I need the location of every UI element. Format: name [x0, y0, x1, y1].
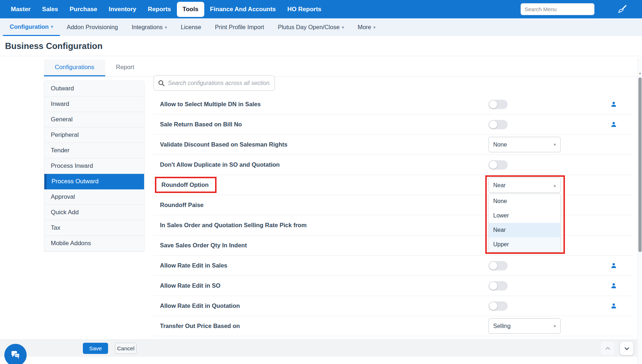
user-icon[interactable]	[611, 283, 617, 289]
user-icon[interactable]	[611, 303, 617, 309]
toggle-rate-edit-quotation[interactable]	[489, 301, 508, 311]
caret-down-icon	[51, 24, 53, 29]
sidebar-item-mobile-addons[interactable]: Mobile Addons	[44, 236, 144, 251]
setting-row-duplicate-so: Don't Allow Duplicate in SO and Quotatio…	[153, 155, 633, 175]
setting-label: In Sales Order and Quotation Selling Rat…	[153, 222, 307, 229]
roundoff-option-highlight-box: Roundoff Option	[155, 177, 217, 193]
option-near[interactable]: Near	[489, 223, 560, 237]
tab-report[interactable]: Report	[105, 59, 145, 76]
nav-inventory[interactable]: Inventory	[103, 2, 142, 17]
subnav-print-profile-import-label: Print Profile Import	[215, 24, 264, 31]
page-title: Business Configuration	[5, 41, 103, 51]
sidebar-item-general[interactable]: General	[44, 112, 144, 127]
roundoff-dropdown: Near None Lower Near Upper	[489, 177, 561, 252]
toggle-multiple-dn[interactable]	[489, 100, 508, 109]
subnav-print-profile-import[interactable]: Print Profile Import	[208, 18, 271, 36]
tab-bar: Configurations Report	[44, 59, 145, 76]
select-value: None	[493, 141, 507, 148]
setting-label: Roundoff Option	[161, 181, 209, 188]
sidebar-item-process-outward[interactable]: Process Outward	[44, 174, 144, 189]
setting-row-rate-edit-sales: Allow Rate Edit in Sales	[153, 256, 633, 276]
config-search-input[interactable]	[168, 80, 270, 86]
select-value: Near	[493, 182, 506, 189]
sidebar-item-peripheral[interactable]: Peripheral	[44, 127, 144, 143]
secondary-navbar: Configuration Addon Provisioning Integra…	[0, 18, 642, 36]
nav-sales[interactable]: Sales	[36, 2, 64, 17]
tab-configurations[interactable]: Configurations	[44, 59, 105, 76]
caret-down-icon	[553, 323, 556, 329]
settings-rows: Allow to Select Multiple DN in Sales Sal…	[153, 94, 633, 336]
nav-purchase[interactable]: Purchase	[64, 2, 103, 17]
subnav-plutus-day-open-close[interactable]: Plutus Day Open/Close	[271, 18, 351, 36]
subnav-integrations[interactable]: Integrations	[125, 18, 174, 36]
select-value: Selling	[493, 323, 511, 329]
toggle-duplicate-so[interactable]	[489, 160, 508, 170]
subnav-more-label: More	[358, 24, 371, 31]
caret-down-icon	[165, 25, 167, 30]
footer-bar: Save Cancel	[0, 340, 642, 357]
caret-down-icon	[553, 142, 556, 147]
nav-reports[interactable]: Reports	[142, 2, 177, 17]
config-search-box	[153, 75, 275, 91]
user-icon[interactable]	[611, 262, 617, 269]
sidebar-item-tax[interactable]: Tax	[44, 220, 144, 236]
user-icon[interactable]	[611, 121, 617, 127]
setting-row-selling-rate-pick: In Sales Order and Quotation Selling Rat…	[153, 215, 633, 235]
setting-row-rate-edit-quotation: Allow Rate Edit in Quotation	[153, 296, 633, 316]
scrollbar-up-arrow-icon[interactable]: ▲	[638, 71, 642, 75]
select-validate-discount[interactable]: None	[489, 137, 561, 152]
setting-label: Allow to Select Multiple DN in Sales	[153, 101, 261, 108]
subnav-license[interactable]: License	[174, 18, 208, 36]
roundoff-options-menu: None Lower Near Upper	[489, 194, 561, 252]
subnav-addon-provisioning[interactable]: Addon Provisioning	[60, 18, 125, 36]
sidebar-item-approval[interactable]: Approval	[44, 189, 144, 205]
search-icon	[158, 80, 165, 86]
paint-brush-icon[interactable]	[618, 5, 628, 14]
option-upper[interactable]: Upper	[489, 237, 560, 252]
subnav-more[interactable]: More	[351, 18, 383, 36]
chevron-down-icon[interactable]	[620, 342, 633, 355]
toggle-sale-return[interactable]	[489, 120, 508, 129]
settings-panel: Allow to Select Multiple DN in Sales Sal…	[153, 71, 633, 336]
subnav-addon-provisioning-label: Addon Provisioning	[67, 24, 118, 31]
setting-label: Transfer Out Price Based on	[153, 323, 240, 329]
scroll-pager	[601, 342, 633, 355]
caret-up-icon	[553, 183, 556, 188]
setting-row-roundoff-paise: Roundoff Paise	[153, 195, 633, 215]
option-none[interactable]: None	[489, 194, 560, 208]
subnav-configuration[interactable]: Configuration	[3, 18, 60, 36]
setting-row-multiple-dn: Allow to Select Multiple DN in Sales	[153, 94, 633, 114]
setting-row-validate-discount: Validate Discount Based on Salesman Righ…	[153, 135, 633, 155]
user-icon[interactable]	[611, 101, 617, 107]
setting-label: Validate Discount Based on Salesman Righ…	[153, 141, 287, 148]
save-button[interactable]: Save	[83, 343, 108, 354]
nav-ho-reports[interactable]: HO Reports	[282, 2, 327, 17]
setting-row-save-so-qty: Save Sales Order Qty In Indent	[153, 235, 633, 256]
setting-label: Sale Return Based on Bill No	[153, 121, 242, 128]
select-roundoff-option[interactable]: Near	[489, 177, 561, 193]
setting-label: Allow Rate Edit in SO	[153, 282, 220, 289]
sidebar-item-inward[interactable]: Inward	[44, 96, 144, 112]
chevron-up-icon[interactable]	[601, 342, 614, 355]
setting-label: Don't Allow Duplicate in SO and Quotatio…	[153, 161, 280, 168]
cancel-button[interactable]: Cancel	[115, 343, 137, 354]
nav-tools[interactable]: Tools	[177, 2, 204, 17]
sidebar-item-tender[interactable]: Tender	[44, 143, 144, 158]
option-lower[interactable]: Lower	[489, 208, 560, 223]
toggle-rate-edit-so[interactable]	[489, 281, 508, 291]
setting-row-transfer-out-price: Transfer Out Price Based on Selling	[153, 316, 633, 336]
nav-master[interactable]: Master	[5, 2, 36, 17]
chat-icon[interactable]	[4, 344, 27, 364]
sidebar-item-quick-add[interactable]: Quick Add	[44, 205, 144, 220]
scrollbar-thumb[interactable]	[638, 77, 642, 252]
setting-label: Allow Rate Edit in Sales	[153, 262, 227, 269]
nav-finance-and-accounts[interactable]: Finance And Accounts	[204, 2, 282, 17]
config-section-sidebar: Outward Inward General Peripheral Tender…	[44, 81, 144, 252]
vertical-scrollbar[interactable]: ▲	[637, 58, 642, 364]
sidebar-item-outward[interactable]: Outward	[44, 81, 144, 96]
toggle-rate-edit-sales[interactable]	[489, 261, 508, 270]
menu-search-input[interactable]	[521, 3, 594, 15]
select-transfer-out-price[interactable]: Selling	[489, 318, 561, 334]
sidebar-item-process-inward[interactable]: Process Inward	[44, 158, 144, 174]
top-navbar: Master Sales Purchase Inventory Reports …	[0, 0, 642, 18]
